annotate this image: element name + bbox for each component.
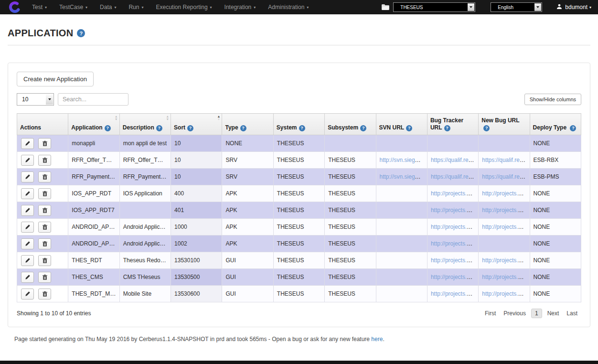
- new-bug-url-link[interactable]: https://qualif.redo...: [482, 173, 530, 180]
- page-header: APPLICATION ?: [8, 28, 590, 39]
- description-cell: RFR_Payment_...: [119, 169, 171, 185]
- edit-button[interactable]: [21, 289, 34, 300]
- pagination-previous[interactable]: Previous: [500, 309, 530, 318]
- new-bug-url-link[interactable]: https://qualif.redo...: [482, 157, 530, 163]
- edit-button[interactable]: [21, 205, 34, 216]
- delete-button[interactable]: [38, 188, 51, 199]
- col-system[interactable]: System?: [273, 114, 324, 135]
- edit-button[interactable]: [21, 255, 34, 266]
- new-bug-url-link[interactable]: http://projects.cs-...: [482, 290, 530, 297]
- pagination-last[interactable]: Last: [563, 309, 581, 318]
- svn-url-link[interactable]: http://svn.siege.r...: [380, 157, 426, 163]
- menu-run[interactable]: Run▾: [122, 0, 150, 14]
- bug-tracker-url-link[interactable]: https://qualif.redo...: [431, 173, 479, 180]
- help-icon[interactable]: ?: [406, 125, 412, 131]
- bug-tracker-url-cell: http://projects.cs-...: [427, 219, 478, 236]
- svn-url-link[interactable]: http://svn.siege.r...: [380, 173, 426, 180]
- bug-tracker-url-link[interactable]: http://projects.cs-...: [431, 190, 479, 197]
- delete-button[interactable]: [38, 289, 51, 300]
- actions-cell: [17, 286, 68, 302]
- menu-testcase[interactable]: TestCase▾: [53, 0, 94, 14]
- bug-tracker-url-link[interactable]: http://projects.cs-...: [431, 274, 479, 280]
- application-cell: IOS_APP_RDT7: [68, 202, 119, 219]
- cerberus-logo-icon[interactable]: [9, 1, 21, 13]
- help-icon[interactable]: ?: [360, 125, 366, 131]
- system-cell: THESEUS: [273, 202, 324, 219]
- edit-button[interactable]: [21, 272, 34, 283]
- delete-button[interactable]: [38, 205, 51, 216]
- help-icon[interactable]: ?: [77, 29, 85, 37]
- help-icon[interactable]: ?: [483, 125, 490, 131]
- delete-button[interactable]: [38, 155, 51, 166]
- svn-url-cell: [376, 236, 427, 252]
- description-cell: IOS Application: [119, 185, 171, 202]
- type-cell: APK: [222, 185, 273, 202]
- pagination-first[interactable]: First: [481, 309, 500, 318]
- bug-tracker-url-link[interactable]: http://projects.cs-...: [431, 257, 479, 264]
- col-new-bug-url[interactable]: New Bug URL ?: [479, 114, 530, 135]
- search-input[interactable]: [58, 93, 128, 106]
- help-icon[interactable]: ?: [187, 125, 193, 131]
- menu-execution-reporting[interactable]: Execution Reporting▾: [150, 0, 218, 14]
- menu-test[interactable]: Test▾: [26, 0, 53, 14]
- bug-tracker-url-cell: https://qualif.redo...: [427, 169, 478, 185]
- language-select[interactable]: English: [491, 2, 542, 12]
- edit-button[interactable]: [21, 222, 34, 233]
- bug-tracker-url-link[interactable]: http://projects.cs-...: [431, 224, 479, 230]
- help-icon[interactable]: ?: [240, 125, 246, 131]
- folder-icon[interactable]: [382, 4, 389, 10]
- delete-button[interactable]: [38, 222, 51, 233]
- col-actions: Actions: [17, 114, 68, 135]
- user-menu[interactable]: bdumont ▾: [556, 4, 594, 11]
- col-type[interactable]: Type?: [222, 114, 273, 135]
- menu-integration[interactable]: Integration▾: [218, 0, 262, 14]
- pagination-page-1[interactable]: 1: [531, 309, 542, 318]
- edit-button[interactable]: [21, 155, 34, 166]
- pagination-next[interactable]: Next: [544, 309, 563, 318]
- delete-button[interactable]: [38, 255, 51, 266]
- new-bug-url-link[interactable]: http://projects.cs-...: [482, 224, 530, 230]
- new-bug-url-cell: http://projects.cs-...: [479, 252, 530, 269]
- deploy-type-cell: NONE: [530, 252, 581, 269]
- delete-button[interactable]: [38, 238, 51, 249]
- bug-tracker-url-link[interactable]: http://projects.cs-...: [431, 240, 479, 247]
- subsystem-cell: THESEUS: [325, 185, 376, 202]
- edit-button[interactable]: [21, 238, 34, 249]
- bug-tracker-url-link[interactable]: https://qualif.redo...: [431, 157, 479, 163]
- col-svn-url[interactable]: SVN URL?: [376, 114, 427, 135]
- col-bug-tracker-url[interactable]: Bug Tracker URL?: [427, 114, 478, 135]
- edit-button[interactable]: [21, 171, 34, 182]
- new-bug-url-link[interactable]: http://projects.cs-...: [482, 274, 530, 280]
- help-icon[interactable]: ?: [444, 125, 450, 131]
- help-icon[interactable]: ?: [105, 125, 111, 131]
- col-deploy-type[interactable]: Deploy Type ?: [530, 114, 581, 135]
- col-subsystem[interactable]: Subsystem?: [325, 114, 376, 135]
- col-sort[interactable]: Sort?▲▼: [171, 114, 222, 135]
- table-row: THES_RDT_MOB Mobile Site 13530600 GUI TH…: [17, 286, 581, 302]
- system-select[interactable]: THESEUS: [393, 2, 475, 12]
- actions-cell: [17, 202, 68, 219]
- col-description[interactable]: Description?▲▼: [119, 114, 171, 135]
- page-length-select[interactable]: 10: [17, 93, 54, 106]
- menu-administration[interactable]: Administration▾: [262, 0, 315, 14]
- svn-url-cell: http://svn.siege.r...: [376, 152, 427, 169]
- menu-data[interactable]: Data▾: [94, 0, 122, 14]
- show-hide-columns-button[interactable]: Show/Hide columns: [524, 94, 581, 105]
- bug-tracker-url-link[interactable]: http://projects.cs-...: [431, 207, 479, 214]
- footer-here-link[interactable]: here: [371, 336, 383, 343]
- help-icon[interactable]: ?: [299, 125, 305, 131]
- bug-tracker-url-link[interactable]: http://projects.cs-...: [431, 290, 479, 297]
- new-bug-url-link[interactable]: http://projects.cs-...: [482, 257, 530, 264]
- delete-button[interactable]: [38, 272, 51, 283]
- delete-button[interactable]: [38, 138, 51, 149]
- table-controls: 10 Show/Hide columns: [17, 93, 581, 106]
- help-icon[interactable]: ?: [156, 125, 162, 131]
- edit-button[interactable]: [21, 188, 34, 199]
- edit-button[interactable]: [21, 138, 34, 149]
- new-bug-url-link[interactable]: http://projects.cs-...: [482, 207, 530, 214]
- create-application-button[interactable]: Create new Application: [17, 72, 94, 86]
- col-application[interactable]: Application?▲▼: [68, 114, 119, 135]
- new-bug-url-link[interactable]: http://projects.cs-...: [482, 190, 530, 197]
- help-icon[interactable]: ?: [570, 125, 576, 131]
- delete-button[interactable]: [38, 171, 51, 182]
